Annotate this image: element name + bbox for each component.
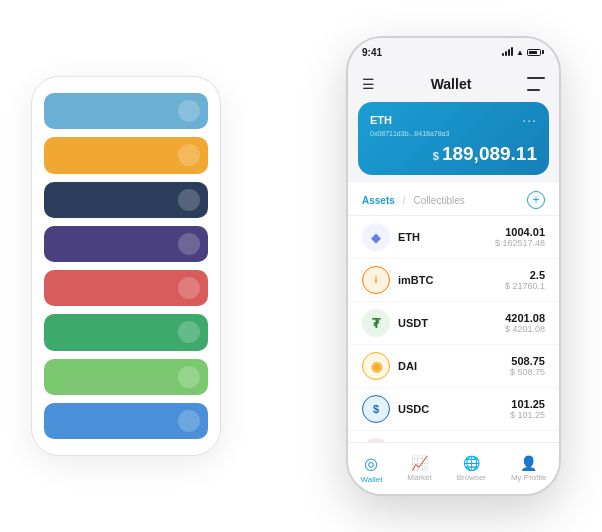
- bg-phone: [31, 76, 221, 456]
- status-time: 9:41: [362, 47, 382, 58]
- bg-card: [44, 314, 208, 350]
- bg-card: [44, 226, 208, 262]
- imbtc-name: imBTC: [398, 274, 505, 286]
- bg-card: [44, 403, 208, 439]
- tab-assets[interactable]: Assets: [362, 195, 395, 206]
- wallet-card[interactable]: ETH ··· 0x08711d3b...8418a78a3 $189,089.…: [358, 102, 549, 175]
- eth-amounts: 1004.01 $ 162517.48: [495, 226, 545, 248]
- asset-item-tft[interactable]: 🌿 TFT 13 0: [348, 431, 559, 442]
- wallet-nav-icon: ◎: [364, 454, 378, 473]
- wallet-address: 0x08711d3b...8418a78a3: [370, 130, 537, 137]
- bg-card: [44, 137, 208, 173]
- bg-card-dot: [178, 410, 200, 432]
- wallet-card-header: ETH ···: [370, 112, 537, 128]
- market-nav-label: Market: [407, 473, 431, 482]
- signal-icon: [502, 48, 513, 56]
- bg-card-dot: [178, 100, 200, 122]
- usdc-amounts: 101.25 $ 101.25: [510, 398, 545, 420]
- wallet-nav-label: Wallet: [360, 475, 382, 484]
- scene: 9:41 ▲ ☰ Wallet: [11, 11, 591, 521]
- status-icons: ▲: [502, 48, 541, 57]
- expand-icon[interactable]: [527, 77, 545, 91]
- bg-card: [44, 359, 208, 395]
- battery-icon: [527, 49, 541, 56]
- usdt-amounts: 4201.08 $ 4201.08: [505, 312, 545, 334]
- usdt-icon: ₮: [362, 309, 390, 337]
- assets-header: Assets / Collectibles +: [348, 183, 559, 216]
- wallet-title: Wallet: [431, 76, 472, 92]
- add-asset-button[interactable]: +: [527, 191, 545, 209]
- bg-card-dot: [178, 233, 200, 255]
- asset-item-usdt[interactable]: ₮ USDT 4201.08 $ 4201.08: [348, 302, 559, 345]
- nav-wallet[interactable]: ◎ Wallet: [360, 454, 382, 484]
- nav-profile[interactable]: 👤 My Profile: [511, 455, 547, 482]
- bottom-nav: ◎ Wallet 📈 Market 🌐 Browser 👤 My Profile: [348, 442, 559, 494]
- dai-icon: ◉: [362, 352, 390, 380]
- wifi-icon: ▲: [516, 48, 524, 57]
- asset-list: ◆ ETH 1004.01 $ 162517.48 i imBTC 2.5 $ …: [348, 216, 559, 442]
- usdc-value: $ 101.25: [510, 410, 545, 420]
- usdc-amount: 101.25: [510, 398, 545, 410]
- assets-tabs: Assets / Collectibles: [362, 195, 465, 206]
- eth-value: $ 162517.48: [495, 238, 545, 248]
- usdc-icon: $: [362, 395, 390, 423]
- asset-item-usdc[interactable]: $ USDC 101.25 $ 101.25: [348, 388, 559, 431]
- tab-separator: /: [403, 195, 406, 206]
- main-phone: 9:41 ▲ ☰ Wallet: [346, 36, 561, 496]
- eth-amount: 1004.01: [495, 226, 545, 238]
- dai-name: DAI: [398, 360, 510, 372]
- imbtc-amount: 2.5: [505, 269, 545, 281]
- menu-icon[interactable]: ☰: [362, 76, 375, 92]
- wallet-options-icon[interactable]: ···: [522, 112, 537, 128]
- bg-card-dot: [178, 144, 200, 166]
- imbtc-amounts: 2.5 $ 21760.1: [505, 269, 545, 291]
- usdt-value: $ 4201.08: [505, 324, 545, 334]
- browser-nav-label: Browser: [457, 473, 486, 482]
- profile-nav-icon: 👤: [520, 455, 537, 471]
- wallet-balance: $189,089.11: [370, 143, 537, 165]
- nav-market[interactable]: 📈 Market: [407, 455, 431, 482]
- asset-item-imbtc[interactable]: i imBTC 2.5 $ 21760.1: [348, 259, 559, 302]
- phone-header: ☰ Wallet: [348, 66, 559, 102]
- profile-nav-label: My Profile: [511, 473, 547, 482]
- dai-value: $ 508.75: [510, 367, 545, 377]
- market-nav-icon: 📈: [411, 455, 428, 471]
- wallet-currency: $: [433, 150, 439, 162]
- asset-item-dai[interactable]: ◉ DAI 508.75 $ 508.75: [348, 345, 559, 388]
- tab-collectibles[interactable]: Collectibles: [414, 195, 465, 206]
- nav-browser[interactable]: 🌐 Browser: [457, 455, 486, 482]
- bg-card: [44, 93, 208, 129]
- eth-name: ETH: [398, 231, 495, 243]
- bg-card-dot: [178, 189, 200, 211]
- imbtc-icon: i: [362, 266, 390, 294]
- asset-item-eth[interactable]: ◆ ETH 1004.01 $ 162517.48: [348, 216, 559, 259]
- status-bar: 9:41 ▲: [348, 38, 559, 66]
- bg-card-dot: [178, 366, 200, 388]
- phone-content: Assets / Collectibles + ◆ ETH 1004.01 $ …: [348, 183, 559, 442]
- bg-card-dot: [178, 321, 200, 343]
- browser-nav-icon: 🌐: [463, 455, 480, 471]
- imbtc-value: $ 21760.1: [505, 281, 545, 291]
- bg-card: [44, 182, 208, 218]
- usdc-name: USDC: [398, 403, 510, 415]
- eth-icon: ◆: [362, 223, 390, 251]
- usdt-amount: 4201.08: [505, 312, 545, 324]
- bg-card-dot: [178, 277, 200, 299]
- dai-amounts: 508.75 $ 508.75: [510, 355, 545, 377]
- usdt-name: USDT: [398, 317, 505, 329]
- bg-card: [44, 270, 208, 306]
- wallet-eth-label: ETH: [370, 114, 392, 126]
- dai-amount: 508.75: [510, 355, 545, 367]
